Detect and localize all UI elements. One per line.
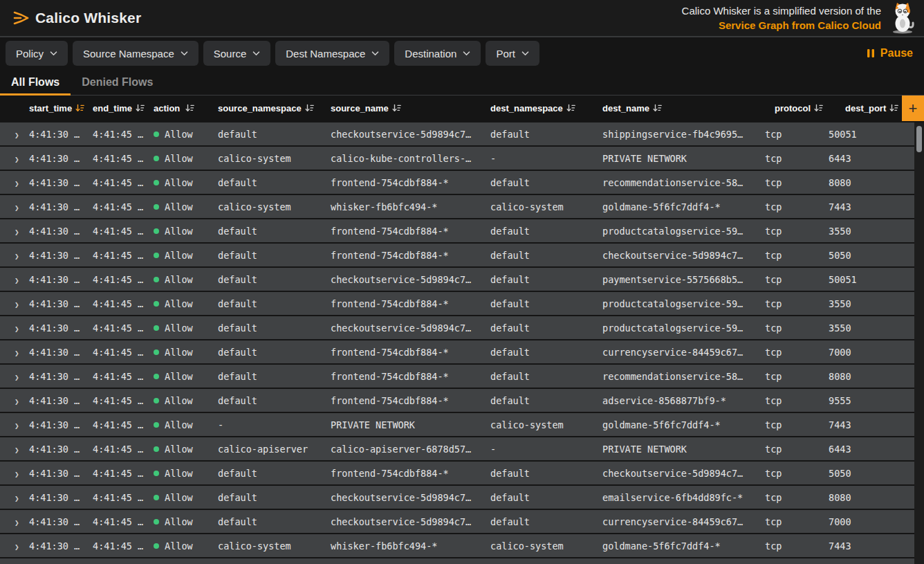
cell-dest-name: checkoutservice-5d9894c7… xyxy=(601,250,764,261)
table-row[interactable]: ❯ 4:41:30 … 4:41:45 … Allow calico-apise… xyxy=(0,437,914,460)
table-row[interactable]: ❯ 4:41:30 … 4:41:45 … Allow default fron… xyxy=(0,340,914,363)
column-header-dest-port[interactable]: dest_port xyxy=(827,103,902,113)
table-header-cells: start_timeend_timeactionsource_namespace… xyxy=(0,95,902,121)
column-header-source-namespace[interactable]: source_namespace xyxy=(216,103,329,113)
cell-dest-port: 7000 xyxy=(827,516,914,527)
cell-source-namespace: default xyxy=(216,226,329,237)
cell-start-time: 4:41:30 … xyxy=(28,540,91,552)
table-row[interactable]: ❯ 4:41:30 … 4:41:45 … Allow default fron… xyxy=(0,389,914,412)
cell-protocol: tcp xyxy=(764,274,827,285)
table-row[interactable]: ❯ 4:41:30 … 4:41:45 … Allow default fron… xyxy=(0,244,914,266)
cell-source-name: frontend-754cdbf884-* xyxy=(329,226,489,237)
scrollbar-thumb[interactable] xyxy=(916,126,922,152)
column-header-action[interactable]: action xyxy=(152,103,216,113)
add-column-button[interactable]: + xyxy=(902,95,924,121)
vertical-scrollbar[interactable] xyxy=(914,122,924,564)
chevron-right-icon[interactable]: ❯ xyxy=(15,131,19,140)
chevron-right-icon[interactable]: ❯ xyxy=(15,446,19,455)
cell-expander: ❯ xyxy=(0,274,28,285)
cell-action: Allow xyxy=(152,444,216,455)
cell-dest-name: goldmane-5f6fc7ddf4-* xyxy=(601,201,764,212)
cell-source-name: checkoutservice-5d9894c7… xyxy=(329,492,489,503)
pause-button[interactable]: Pause xyxy=(867,47,918,60)
filter-button-source-namespace[interactable]: Source Namespace xyxy=(73,41,198,66)
table-row[interactable]: ❯ 4:41:30 … 4:41:45 … Allow default chec… xyxy=(0,316,914,339)
table-row[interactable]: ❯ 4:41:30 … 4:41:45 … Allow default chec… xyxy=(0,122,914,145)
table-row[interactable]: ❯ 4:41:30 … 4:41:45 … Allow default fron… xyxy=(0,292,914,315)
chevron-right-icon[interactable]: ❯ xyxy=(15,349,19,358)
chevron-right-icon[interactable]: ❯ xyxy=(15,373,19,382)
cell-start-time: 4:41:30 … xyxy=(28,444,91,455)
column-header-end-time[interactable]: end_time xyxy=(91,103,152,113)
cell-protocol: tcp xyxy=(764,226,827,237)
chevron-right-icon[interactable]: ❯ xyxy=(15,494,19,503)
cell-protocol: tcp xyxy=(764,419,827,430)
cell-end-time: 4:41:45 … xyxy=(91,201,152,212)
cell-dest-port: 7000 xyxy=(827,347,914,358)
table-row[interactable]: ❯ 4:41:30 … 4:41:45 … Allow calico-syste… xyxy=(0,195,914,218)
allow-status-dot xyxy=(154,277,159,282)
column-header-label: dest_port xyxy=(845,103,886,113)
cell-start-time: 4:41:30 … xyxy=(28,492,91,503)
cell-end-time: 4:41:45 … xyxy=(91,468,152,479)
cell-expander: ❯ xyxy=(0,250,28,261)
chevron-right-icon[interactable]: ❯ xyxy=(15,276,19,285)
table-row[interactable]: ❯ 4:41:30 … 4:41:45 … Allow default chec… xyxy=(0,268,914,291)
column-header-protocol[interactable]: protocol xyxy=(764,103,827,113)
chevron-right-icon[interactable]: ❯ xyxy=(15,470,19,479)
chevron-down-icon xyxy=(252,51,260,56)
cell-end-time: 4:41:45 … xyxy=(91,516,152,527)
column-header-source-name[interactable]: source_name xyxy=(329,103,489,113)
table-row[interactable]: ❯ 4:41:30 … 4:41:45 … Allow - PRIVATE NE… xyxy=(0,413,914,436)
chevron-right-icon[interactable]: ❯ xyxy=(15,421,19,430)
cell-dest-port: 8080 xyxy=(827,177,914,188)
chevron-right-icon[interactable]: ❯ xyxy=(15,543,19,552)
chevron-right-icon[interactable]: ❯ xyxy=(15,518,19,527)
cell-protocol: tcp xyxy=(764,177,827,188)
table-row[interactable]: ❯ 4:41:30 … 4:41:45 … Allow default chec… xyxy=(0,510,914,533)
chevron-right-icon[interactable]: ❯ xyxy=(15,300,19,309)
cell-protocol: tcp xyxy=(764,516,827,527)
table-row[interactable]: ❯ 4:41:30 … 4:41:45 … Allow default chec… xyxy=(0,486,914,509)
cell-start-time: 4:41:30 … xyxy=(28,468,91,479)
table-row[interactable]: ❯ 4:41:30 … 4:41:45 … Allow calico-syste… xyxy=(0,147,914,170)
cell-expander: ❯ xyxy=(0,322,28,334)
chevron-right-icon[interactable]: ❯ xyxy=(15,155,19,164)
filter-button-destination[interactable]: Destination xyxy=(394,41,481,66)
tab-all-flows[interactable]: All Flows xyxy=(0,69,71,95)
cell-protocol: tcp xyxy=(764,153,827,164)
table-row[interactable]: ❯ 4:41:30 … 4:41:45 … Allow default fron… xyxy=(0,365,914,388)
chevron-right-icon[interactable]: ❯ xyxy=(15,397,19,406)
cell-source-namespace: calico-system xyxy=(216,540,329,552)
cell-expander: ❯ xyxy=(0,540,28,552)
tab-denied-flows[interactable]: Denied Flows xyxy=(71,69,164,95)
table-row[interactable]: ❯ 4:41:30 … 4:41:45 … Allow default fron… xyxy=(0,462,914,484)
chevron-right-icon[interactable]: ❯ xyxy=(15,203,19,212)
action-label: Allow xyxy=(165,395,193,406)
cell-expander: ❯ xyxy=(0,492,28,503)
cell-source-name: checkoutservice-5d9894c7… xyxy=(329,322,489,334)
column-header-dest-namespace[interactable]: dest_namespace xyxy=(489,103,601,113)
chevron-right-icon[interactable]: ❯ xyxy=(15,252,19,261)
table-row[interactable]: ❯ 4:41:30 … 4:41:45 … Allow default fron… xyxy=(0,171,914,194)
filter-button-source[interactable]: Source xyxy=(203,41,271,66)
filter-button-dest-namespace[interactable]: Dest Namespace xyxy=(275,41,389,66)
action-label: Allow xyxy=(165,177,193,188)
table-row[interactable]: ❯ 4:41:30 … 4:41:45 … Allow calico-syste… xyxy=(0,534,914,557)
cell-start-time: 4:41:30 … xyxy=(28,371,91,382)
chevron-down-icon xyxy=(521,51,529,56)
chevron-right-icon[interactable]: ❯ xyxy=(15,179,19,188)
filter-button-port[interactable]: Port xyxy=(486,41,539,66)
column-header-start-time[interactable]: start_time xyxy=(28,103,91,113)
cell-source-namespace: default xyxy=(216,516,329,527)
cell-dest-port: 5050 xyxy=(827,468,914,479)
chevron-right-icon[interactable]: ❯ xyxy=(15,325,19,334)
chevron-right-icon[interactable]: ❯ xyxy=(15,228,19,237)
table-row[interactable]: ❯ 4:41:30 … 4:41:45 … Allow default fron… xyxy=(0,219,914,242)
column-header-dest-name[interactable]: dest_name xyxy=(601,103,764,113)
cell-expander: ❯ xyxy=(0,226,28,237)
cell-dest-namespace: default xyxy=(489,468,601,479)
cell-source-namespace: default xyxy=(216,250,329,261)
filter-button-policy[interactable]: Policy xyxy=(6,41,68,66)
service-graph-link[interactable]: Service Graph from Calico Cloud xyxy=(682,18,881,33)
